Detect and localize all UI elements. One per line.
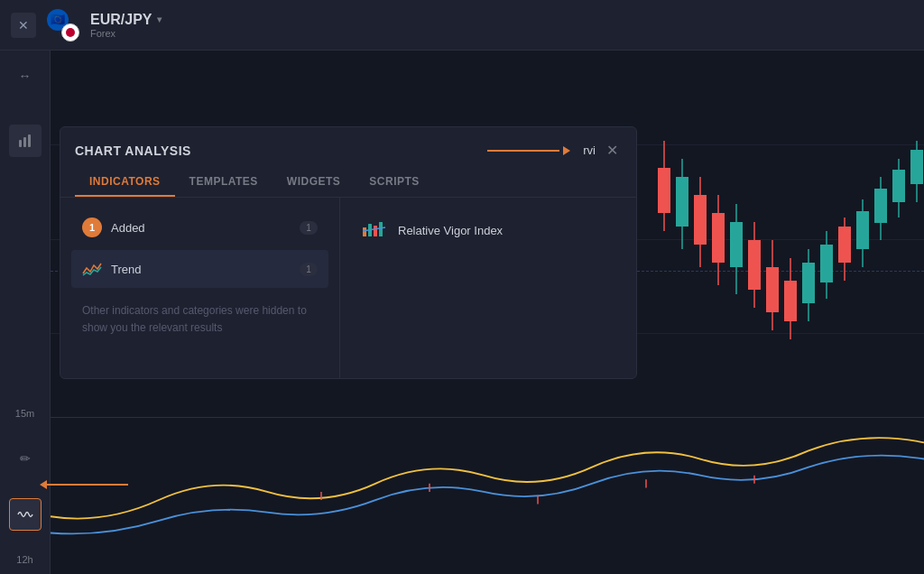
- panel-tabs: INDICATORS TEMPLATES WIDGETS SCRIPTS: [60, 161, 636, 198]
- top-bar: ✕ 🇪🇺 EUR/JPY ▾ Forex: [0, 0, 924, 51]
- timeframe-bottom-label[interactable]: 12h: [16, 554, 32, 565]
- pair-flag: 🇪🇺: [47, 9, 79, 42]
- bottom-arrowhead: [40, 480, 47, 489]
- left-sidebar: ↔ 15m ✏ 12h: [0, 51, 51, 574]
- search-value: rvi: [583, 144, 596, 157]
- svg-rect-2: [28, 134, 31, 147]
- tab-scripts[interactable]: SCRIPTS: [355, 168, 434, 197]
- rvi-chart-icon: [362, 220, 387, 240]
- svg-rect-10: [712, 213, 725, 263]
- added-badge: 1: [82, 218, 102, 237]
- svg-rect-32: [910, 150, 923, 184]
- category-added[interactable]: 1 Added 1: [71, 208, 328, 246]
- rvi-label: Relative Vigor Index: [398, 224, 503, 237]
- svg-rect-26: [856, 211, 869, 249]
- added-label: Added: [111, 221, 291, 235]
- svg-rect-22: [820, 245, 833, 282]
- trend-label: Trend: [111, 263, 291, 276]
- search-arrowhead: [563, 146, 570, 155]
- scale-button[interactable]: ↔: [9, 60, 42, 92]
- svg-rect-24: [838, 227, 851, 263]
- tab-templates[interactable]: TEMPLATES: [175, 168, 273, 197]
- bottom-arrow-line: [47, 484, 128, 486]
- rvi-icon: [362, 218, 387, 243]
- trend-count: 1: [300, 263, 318, 276]
- search-arrow-container: [487, 146, 570, 155]
- oscillator-button[interactable]: [9, 498, 42, 531]
- svg-rect-4: [658, 168, 670, 213]
- svg-rect-18: [784, 281, 797, 321]
- category-trend[interactable]: Trend 1: [71, 250, 328, 288]
- oscillator-icon: [17, 508, 33, 521]
- svg-rect-6: [676, 177, 688, 227]
- svg-rect-0: [19, 140, 22, 147]
- svg-rect-1: [23, 137, 26, 147]
- timeframe-label[interactable]: 15m: [15, 408, 34, 419]
- jp-flag: [61, 23, 79, 42]
- trend-icon: [82, 259, 102, 279]
- pair-dropdown-arrow: ▾: [157, 14, 162, 24]
- jp-dot: [66, 28, 75, 37]
- pair-name[interactable]: EUR/JPY ▾: [90, 12, 162, 28]
- panel-header: CHART ANALYSIS rvi ✕: [60, 127, 636, 161]
- tab-widgets[interactable]: WIDGETS: [273, 168, 356, 197]
- svg-rect-28: [874, 189, 887, 223]
- pair-type: Forex: [90, 28, 162, 39]
- bottom-arrow-annotation: [40, 480, 128, 489]
- panel-content: 1 Added 1 Trend 1 Other indicators and c…: [60, 198, 636, 378]
- svg-rect-8: [694, 195, 707, 245]
- svg-rect-20: [802, 263, 815, 303]
- search-area: rvi ✕: [487, 140, 622, 161]
- search-arrow-line: [487, 150, 559, 152]
- svg-rect-42: [363, 227, 366, 236]
- panel-right: Relative Vigor Index: [340, 198, 636, 378]
- svg-rect-14: [748, 240, 761, 290]
- svg-rect-44: [374, 226, 377, 236]
- panel-title: CHART ANALYSIS: [75, 144, 191, 158]
- panel-left: 1 Added 1 Trend 1 Other indicators and c…: [60, 198, 340, 378]
- added-count: 1: [300, 221, 318, 235]
- trend-chart-icon: [82, 261, 102, 277]
- panel-close-button[interactable]: ✕: [603, 140, 622, 161]
- indicator-icon: [17, 133, 33, 149]
- close-icon: ✕: [18, 18, 29, 32]
- close-button[interactable]: ✕: [11, 13, 36, 38]
- hidden-note: Other indicators and categories were hid…: [71, 292, 328, 347]
- analysis-panel: CHART ANALYSIS rvi ✕ INDICATORS TEMPLATE…: [60, 126, 637, 379]
- scale-icon: ↔: [19, 69, 32, 83]
- svg-rect-12: [730, 222, 743, 267]
- indicator-rvi[interactable]: Relative Vigor Index: [351, 208, 625, 252]
- svg-rect-30: [892, 170, 905, 202]
- tab-indicators[interactable]: INDICATORS: [75, 168, 175, 197]
- oscillator-svg: [51, 418, 924, 574]
- svg-rect-45: [379, 222, 383, 236]
- svg-rect-16: [766, 267, 779, 312]
- indicator-button[interactable]: [9, 125, 42, 157]
- pair-info: EUR/JPY ▾ Forex: [90, 12, 162, 39]
- oscillator-area: [51, 417, 924, 574]
- draw-button[interactable]: ✏: [9, 442, 42, 475]
- draw-icon: ✏: [20, 451, 31, 466]
